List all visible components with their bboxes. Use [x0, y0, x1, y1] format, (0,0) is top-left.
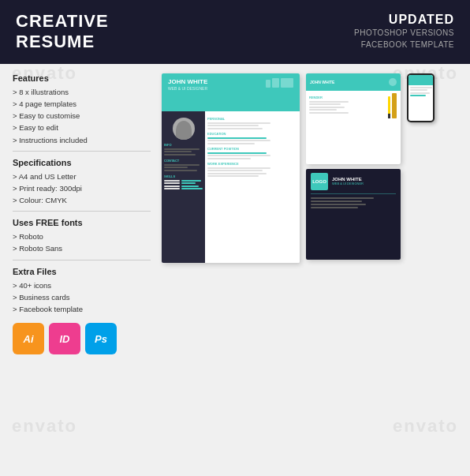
device-icons	[266, 78, 293, 88]
tablet-device-icon	[272, 78, 279, 88]
info-label: INFO	[164, 143, 203, 147]
text-line-teal	[207, 137, 267, 139]
text-line	[207, 173, 267, 174]
resume-name-block: JOHN WHITE WEB & UI DESIGNER	[168, 78, 207, 91]
text-line	[311, 201, 362, 202]
skill-bar-fill	[181, 182, 196, 184]
text-line	[164, 167, 188, 168]
skill-bar-label	[164, 186, 180, 187]
extra-list: 40+ icons Business cards Facebook templa…	[13, 279, 151, 316]
side-name: JOHN WHITE	[310, 80, 334, 84]
text-line	[410, 95, 426, 96]
pencil-icon	[388, 96, 390, 118]
biz-name-block: JOHN WHITE WEB & UI DESIGNER	[332, 177, 364, 186]
skills-label: SKILLS	[164, 174, 203, 178]
text-line	[207, 170, 263, 171]
profile-photo	[173, 118, 195, 140]
current-pos-label: CURRENT POSITION	[207, 147, 297, 151]
text-line	[207, 158, 251, 159]
contact-label: CONTACT	[164, 159, 203, 163]
subtitle-line2: FACEBOOK TEMPLATE	[354, 39, 454, 51]
header-left: CREATIVERESUME	[16, 11, 109, 53]
text-line-teal	[207, 152, 267, 154]
font-item: Roboto	[13, 231, 151, 242]
resume-main-page: JOHN WHITE WEB & UI DESIGNER	[162, 73, 300, 263]
resume-role: WEB & UI DESIGNER	[168, 86, 207, 91]
feature-item: 8 x illustrations	[13, 86, 151, 98]
spec-item: Colour: CMYK	[13, 194, 151, 206]
right-panel: JOHN WHITE WEB & UI DESIGNER	[162, 73, 457, 467]
software-icons: Ai ID Ps	[13, 323, 151, 354]
text-line	[311, 207, 358, 208]
text-line	[410, 89, 427, 91]
text-line	[164, 170, 197, 171]
resume-pages: JOHN WHITE WEB & UI DESIGNER	[162, 73, 457, 467]
biz-role: WEB & UI DESIGNER	[332, 182, 364, 186]
main-container: CREATIVERESUME UPDATED PHOTOSHOP VERSION…	[0, 0, 470, 476]
text-line	[309, 107, 345, 108]
header-right: UPDATED PHOTOSHOP VERSIONS FACEBOOK TEMP…	[354, 13, 454, 51]
skill-bar-row	[164, 188, 203, 189]
feature-item: Instructions included	[13, 134, 151, 146]
divider-3	[13, 260, 151, 260]
resume-side-body-2: RENDER	[306, 91, 401, 164]
text-line	[207, 155, 270, 156]
extra-item: Facebook template	[13, 303, 151, 315]
text-line	[311, 204, 366, 205]
ai-icon: Ai	[13, 323, 44, 354]
resume-page-3: LOGO JOHN WHITE WEB & UI DESIGNER	[306, 169, 401, 260]
fonts-title: Uses FREE fonts	[13, 218, 151, 227]
mobile-screen-body	[408, 85, 433, 99]
skill-bar-fill	[181, 186, 199, 187]
resume-body: INFO CONTACT SKILLS	[162, 111, 300, 263]
font-item: Roboto Sans	[13, 242, 151, 254]
ruler-icon	[392, 93, 397, 118]
logo-text: LOGO	[312, 179, 326, 184]
mobile-preview-area	[407, 73, 435, 467]
phone-device-icon	[266, 80, 270, 88]
feature-item: Easy to edit	[13, 122, 151, 133]
skill-bars	[164, 180, 203, 190]
divider-2	[13, 211, 151, 212]
feature-item: Easy to customise	[13, 110, 151, 122]
mobile-screen-header	[408, 75, 433, 85]
specs-title: Specifications	[13, 158, 151, 167]
text-line	[410, 87, 432, 88]
extra-item: Business cards	[13, 291, 151, 303]
text-line	[207, 122, 270, 124]
resume-right-col: PERSONAL EDUCATION CURRENT POSITION	[205, 111, 300, 263]
mobile-screen	[408, 75, 433, 121]
skill-bar-row	[164, 182, 203, 184]
text-line	[164, 154, 196, 156]
content-area: Features 8 x illustrations 4 page templa…	[0, 64, 470, 476]
skill-bar-fill	[181, 180, 201, 182]
left-panel: Features 8 x illustrations 4 page templa…	[13, 73, 151, 467]
subtitle-line1: PHOTOSHOP VERSIONS	[354, 27, 454, 39]
text-line	[410, 92, 430, 94]
skill-bar-label	[164, 180, 180, 182]
mobile-phone	[407, 73, 435, 122]
skill-bar-fill	[181, 188, 203, 189]
skill-bar-row	[164, 180, 203, 182]
text-line	[207, 128, 263, 129]
text-line	[207, 140, 270, 141]
text-line	[164, 151, 192, 152]
id-icon: ID	[49, 323, 80, 354]
extra-item: 40+ icons	[13, 279, 151, 291]
resume-side-header-2: JOHN WHITE	[306, 73, 401, 91]
skill-bar-row	[164, 186, 203, 187]
text-line	[311, 197, 374, 199]
resume-secondary-stack: JOHN WHITE RENDER	[306, 73, 401, 467]
header: CREATIVERESUME UPDATED PHOTOSHOP VERSION…	[0, 0, 470, 64]
skill-bar-label	[164, 182, 180, 184]
text-line	[164, 164, 200, 166]
feature-item: 4 page templates	[13, 98, 151, 110]
text-line	[309, 101, 349, 103]
resume-page-header: JOHN WHITE WEB & UI DESIGNER	[162, 73, 300, 111]
spec-item: Print ready: 300dpi	[13, 182, 151, 194]
skill-bar-label	[164, 188, 180, 189]
resume-page-2: JOHN WHITE RENDER	[306, 73, 401, 164]
deco-circle	[389, 78, 397, 86]
biz-divider	[311, 193, 396, 194]
resume-left-col: INFO CONTACT SKILLS	[162, 111, 205, 263]
